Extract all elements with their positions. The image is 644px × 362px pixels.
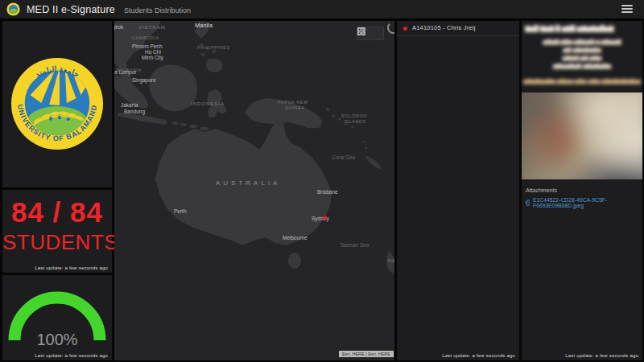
app-title: MED II e-Signature [27,4,115,15]
map-label-country: ISLANDS [344,119,366,124]
last-update-text: Last update: a few seconds ago [35,353,108,358]
map-label-sea: Tasman Sea [340,242,369,248]
detail-field-redacted: ▆▇ ▆▇▆▇▆▇▆ [522,47,642,53]
detail-field-redacted: ▆▇▆▆▇▆▇ ▆▇▆▇▆▇▆ [522,63,642,69]
map-label-city: Bandung [124,109,145,115]
map-label-country: VIETNAM [138,25,166,30]
logo-panel: جامعة البلمند UNIVERSITY OF BALAMAND [2,21,112,187]
students-count: 84 / 84 [2,196,112,228]
students-label: STUDENTS [2,230,112,255]
completion-gauge: 100% [2,275,112,356]
last-update-text: Last update: a few seconds ago [35,265,108,270]
map-label-city: Kuala Lumpur [114,69,137,76]
map-label-city: Phnom Penh [132,43,163,49]
detail-field-redacted: ▆▇▆▇ ▆▇▆ ▆▇▆▆▇ ▆ ▆▇▆▆▇ [522,39,642,45]
map-label-city: Minh City [142,55,164,61]
status-dot-icon [403,27,407,31]
app-logo-icon [6,2,20,16]
map-label-city: Perth [174,208,187,214]
map-label-country: CAMBODIA [132,35,159,40]
detail-field-redacted: ▆▇▆▇ ▆▇ ▆▇▆ [522,55,642,61]
map-panel[interactable]: VIETNAM CAMBODIA PHILIPPINES MALAYSIA IN… [114,21,394,360]
student-list-item-label: A1410105 - Chris Jreij [412,24,476,31]
last-update-text: Last update: a few seconds ago [442,353,515,358]
map-label-country: GUINEA [285,105,305,110]
map-label-city: Brisbane [317,189,338,195]
gauge-percent: 100% [36,331,77,348]
map-label-australia: AUSTRALIA [216,179,280,187]
page-subtitle: Students Distribution [124,4,191,14]
detail-filename-redacted: ▆▇▆▇▆▆▇▆ ▆▇▆▆ ▆▇▆ ▆▇▆ ▆▇▆▇▆▇▆▇▆▆▇▆▇ [523,78,641,84]
paperclip-icon [525,199,530,207]
completion-gauge-panel: 100% Last update: a few seconds ago [2,275,112,360]
world-map: VIETNAM CAMBODIA PHILIPPINES MALAYSIA IN… [114,21,394,360]
university-logo: جامعة البلمند UNIVERSITY OF BALAMAND [10,57,105,152]
map-label-country: INDONESIA [191,101,225,106]
student-detail-panel: ▇▆█ ▇▆▇ █ ▆▇█ ▆▇▆▇▆█▆▇ ▆▇▆▇ ▆▇▆ ▆▇▆▆▇ ▆ … [522,21,642,360]
attachment-link[interactable]: E1C44522-CD28-49CA-9C5F-F0693E09B68D.jpe… [525,197,642,208]
students-count-panel: 84 / 84 STUDENTS Last update: a few seco… [2,190,112,273]
map-attribution: Esri, HERE | Esri, HERE [339,351,394,357]
map-label-city: Melbourne [283,235,308,241]
last-update-text: Last update: a few seconds ago [565,353,638,358]
student-photo [522,93,642,179]
loading-spinner-icon [387,22,394,34]
map-toolbar [357,27,384,40]
top-bar: MED II e-Signature Students Distribution [0,0,644,19]
map-label-city: Ho Chi [145,49,161,55]
map-label-sea: Coral Sea [332,154,355,160]
student-location-marker[interactable] [324,216,328,220]
students-list-panel: A1410105 - Chris Jreij Last update: a fe… [397,21,519,360]
map-label-city: Singapore [132,77,156,84]
basemap-grid-icon[interactable] [370,27,383,39]
map-label-country: NEW [388,258,394,263]
detail-title-redacted: ▇▆█ ▇▆▇ █ ▆▇█ ▆▇▆▇▆█▆▇ [525,25,639,32]
map-label-city: Manila [195,22,213,29]
map-label-city: Bangkok [114,24,124,31]
menu-icon[interactable] [621,5,633,14]
map-label-country: PHILIPPINES [197,45,230,50]
dashboard: MED II e-Signature Students Distribution [0,0,644,362]
map-label-city: Jakarta [121,102,138,108]
attachment-name: E1C44522-CD28-49CA-9C5F-F0693E09B68D.jpe… [533,197,642,208]
map-label-country: PAPUA NEW [278,100,308,105]
map-label-country: SOLOMON [341,113,367,118]
attachments-label: Attachments [526,187,557,193]
student-list-item[interactable]: A1410105 - Chris Jreij [397,21,519,36]
